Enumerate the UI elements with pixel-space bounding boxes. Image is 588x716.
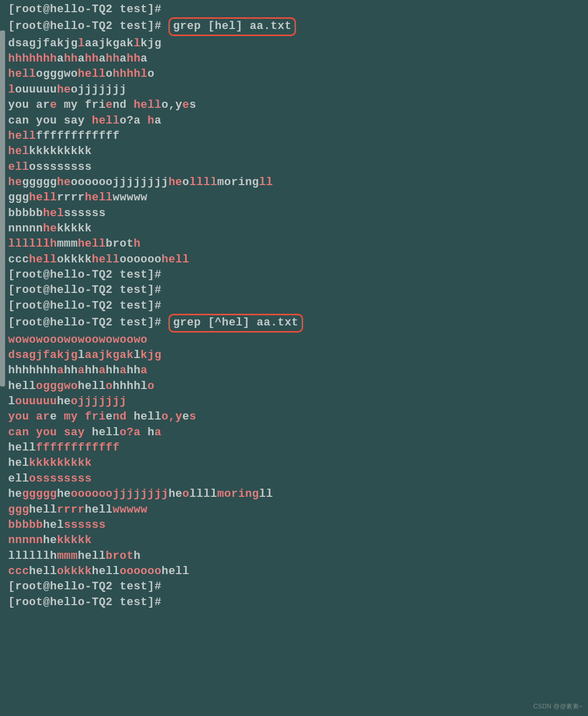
plain-text: ggg [8,191,29,204]
match-text: o?a [120,426,148,439]
match-text: l [8,83,15,96]
shell-prompt: [root@hello-TQ2 test]# [8,20,168,33]
match-text: s [189,410,196,423]
plain-text: dsagjfakjg [8,37,78,50]
plain-text: hell [78,380,106,393]
match-text: ggg [8,503,29,516]
plain-text: o [148,68,155,80]
plain-text: hell [29,503,57,516]
match-text: a [57,364,64,377]
match-text: hell [8,68,36,80]
plain-text: ouuuuu [15,83,57,96]
match-text: can you say [8,426,92,439]
plain-text: ossssssss [29,161,92,173]
plain-text: okkkk [57,253,92,266]
match-text: ogggwo [36,380,78,393]
shell-prompt: [root@hello-TQ2 test]# [8,316,168,329]
grep-output-line: louuuuuheojjjjjjj [8,82,588,98]
match-text: wwwww [113,503,148,516]
plain-text: ssssss [64,207,106,220]
match-text: hel [8,145,29,158]
match-text: ouuuuu [15,395,57,408]
match-text: e [50,99,57,111]
plain-text: he [168,488,182,500]
plain-text: o,y [161,99,182,111]
grep-output-line: llllllhmmmhellbroth [8,549,588,564]
match-text: hell [161,253,189,266]
match-text: hhhhl [113,68,148,80]
plain-text: l [8,395,15,408]
grep-output-line: hhhhhhhahhahhahhahha [8,363,588,378]
plain-text: he [8,488,22,500]
grep-output-line: ccchellokkkkhelloooooohell [8,564,588,579]
plain-text: mmm [57,237,78,250]
plain-text: hell [92,426,120,439]
match-text: a [99,364,106,377]
plain-text: hh [127,364,140,377]
match-text: you ar [8,410,50,423]
plain-text: o [106,68,113,80]
plain-text: a [78,52,85,65]
match-text: ggggg [22,488,57,500]
grep-output-line: ellossssssss [8,471,588,487]
match-text: he [168,176,182,189]
plain-text: ffffffffffff [36,130,120,142]
plain-text: hell [8,380,36,393]
plain-text: a [140,52,148,65]
match-text: h [148,114,155,127]
match-text: l [78,37,85,50]
match-text: aajkgak [85,349,134,362]
match-text: llllllh [8,237,57,250]
match-text: hhhhhhh [8,52,57,65]
plain-text: llll [189,488,217,500]
match-text: moring [217,488,259,500]
grep-output-line: ggghellrrrrhellwwwww [8,502,588,518]
match-text: nd [113,410,134,423]
terminal-line: [root@hello-TQ2 test]# grep [^hel] aa.tx… [8,314,588,332]
grep-output-line: nnnnnhekkkkk [8,533,588,548]
match-text: he [57,176,71,189]
plain-text: hell [92,565,120,578]
grep-output-line: hellffffffffffff [8,440,588,456]
plain-text: hell [134,410,162,423]
plain-text: hh [106,364,120,377]
match-text: l [134,37,141,50]
match-text: hh [127,52,140,65]
match-text: ccc [8,565,29,578]
plain-text: rrrr [57,191,85,204]
match-text: mmm [57,550,78,562]
grep-output-line: can you say hello?a ha [8,425,588,440]
match-text: e [183,99,190,111]
plain-text: ell [8,472,29,485]
grep-output-line: bbbbbhelssssss [8,518,588,533]
match-text: hell [134,99,162,111]
match-text: o,y [161,410,182,423]
plain-text: kkkkkkkkk [29,145,92,158]
grep-output-line: hegggggheoooooojjjjjjjjheollllmoringll [8,175,588,190]
plain-text: h [148,426,155,439]
match-text: hell [92,114,120,127]
match-text: bbbbb [8,519,43,531]
terminal-output: [root@hello-TQ2 test]# [root@hello-TQ2 t… [8,2,588,610]
plain-text: hell [29,565,57,578]
plain-text: can you say [8,114,92,127]
plain-text: ojjjjjjj [71,83,127,96]
match-text: o [148,380,155,393]
scrollbar[interactable] [0,31,5,386]
match-text: ssssss [64,519,106,531]
plain-text: hhhhhhh [8,364,57,377]
match-text: e [106,99,113,111]
grep-output-line: helkkkkkkkkk [8,456,588,471]
grep-output-line: ccchellokkkkhelloooooohell [8,252,588,267]
plain-text: o [183,176,190,189]
plain-text: a [57,52,64,65]
match-text: hell [29,191,57,204]
match-text: ll [259,176,273,189]
terminal-line: [root@hello-TQ2 test]# [8,2,588,17]
plain-text: moring [217,176,259,189]
plain-text: he [57,488,71,500]
match-text: ossssssss [29,472,92,485]
match-text: hh [64,52,78,65]
match-text: ffffffffffff [36,441,120,454]
grep-output-line: dsagjfakjglaajkgaklkjg [8,348,588,363]
